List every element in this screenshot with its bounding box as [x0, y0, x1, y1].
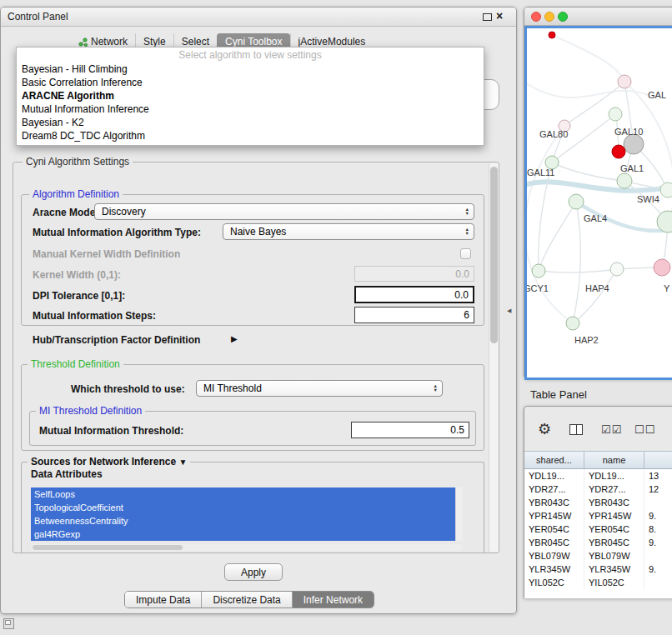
network-node[interactable]	[618, 75, 631, 88]
tab-discretize-data[interactable]: Discretize Data	[201, 592, 291, 608]
network-canvas[interactable]: GAL GAL80 GAL10 GAL11 GAL1 SWI4 GAL4 GCY…	[524, 26, 672, 380]
manual-kernel-checkbox[interactable]	[460, 248, 471, 259]
network-node[interactable]	[549, 32, 555, 38]
node-label: Y	[664, 283, 670, 293]
menu-item-bayesian-k2[interactable]: Bayesian - K2	[17, 116, 484, 129]
node-label: GCY1	[527, 283, 549, 293]
table-cell[interactable]: YDL19...	[584, 469, 644, 482]
columns-icon[interactable]	[569, 424, 583, 435]
expand-right-icon[interactable]: ▶	[231, 334, 238, 343]
table-cell[interactable]: YBR045C	[584, 536, 644, 549]
network-edge	[527, 126, 573, 323]
table-cell[interactable]: YDR27...	[584, 482, 644, 496]
attribute-list: SelfLoops TopologicalCoefficient Between…	[31, 488, 455, 541]
apply-button[interactable]: Apply	[224, 563, 283, 581]
network-node[interactable]	[609, 108, 622, 121]
attribute-item-betweennesscentrality[interactable]: BetweennessCentrality	[31, 514, 455, 528]
table-cell[interactable]: YBL079W	[584, 549, 644, 562]
gear-icon[interactable]: ⚙	[538, 420, 551, 438]
minimize-traffic-light-icon[interactable]	[544, 12, 554, 22]
table-cell[interactable]: YBR043C	[584, 496, 644, 509]
network-node[interactable]	[569, 194, 584, 209]
network-node[interactable]	[532, 264, 545, 278]
network-node[interactable]	[617, 173, 632, 188]
network-node[interactable]	[610, 262, 624, 276]
table-cell[interactable]	[644, 576, 672, 589]
dpi-tolerance-input[interactable]	[354, 286, 474, 303]
table-cell[interactable]: 9.	[644, 536, 672, 549]
table-cell[interactable]: YIL052C	[584, 576, 644, 589]
collapse-down-icon[interactable]: ▼	[178, 458, 187, 467]
deselect-all-checkboxes-icon[interactable]: ☐☐	[634, 423, 655, 436]
data-attributes-label: Data Attributes	[31, 468, 103, 480]
hub-definition-label[interactable]: Hub/Transcription Factor Definition	[33, 334, 200, 346]
menu-item-dream8[interactable]: Dream8 DC_TDC Algorithm	[17, 129, 484, 142]
table-cell[interactable]	[644, 496, 672, 509]
network-tab-icon	[78, 38, 88, 47]
cyni-settings-group-title: Cyni Algorithm Settings	[23, 157, 133, 168]
table-cell[interactable]: YDL19...	[524, 469, 584, 482]
table-cell[interactable]: 9.	[644, 509, 672, 522]
close-traffic-light-icon[interactable]	[531, 12, 541, 22]
aracne-mode-select[interactable]: Discovery ▲▼	[94, 203, 474, 220]
table-cell[interactable]: 8.	[644, 522, 672, 536]
table-cell[interactable]: YBR045C	[524, 536, 584, 549]
network-node[interactable]	[624, 134, 644, 154]
table-cell[interactable]: 12	[644, 482, 672, 496]
which-threshold-select[interactable]: MI Threshold ▲▼	[196, 380, 443, 397]
attribute-list-hscrollbar[interactable]	[31, 544, 462, 551]
table-cell[interactable]: YIL052C	[524, 576, 584, 589]
table-header-row: shared... name	[524, 451, 672, 469]
menu-item-mutual-information[interactable]: Mutual Information Inference	[17, 102, 484, 116]
network-node-selected[interactable]	[612, 145, 625, 158]
table-cell[interactable]: YLR345W	[524, 562, 584, 576]
table-cell[interactable]: YER054C	[584, 522, 644, 536]
mi-type-label: Mutual Information Algorithm Type:	[33, 227, 201, 238]
splitter-collapse-icon[interactable]: ◀	[507, 308, 511, 314]
tab-impute-data[interactable]: Impute Data	[125, 592, 201, 608]
dpi-tolerance-label: DPI Tolerance [0,1]:	[33, 290, 125, 302]
restore-panel-icon[interactable]	[3, 618, 14, 629]
attribute-item-gal4rgexp[interactable]: gal4RGexp	[31, 528, 455, 541]
table-cell[interactable]: YER054C	[524, 522, 584, 536]
attribute-list-hscrollbar-thumb[interactable]	[33, 545, 183, 550]
attribute-item-topologicalcoefficient[interactable]: TopologicalCoefficient	[31, 501, 455, 514]
combo-arrows-icon: ▲▼	[465, 228, 469, 236]
sources-title-label: Sources for Network Inference	[31, 456, 176, 468]
table-cell[interactable]: YPR145W	[584, 509, 644, 522]
attribute-item-selfloops[interactable]: SelfLoops	[31, 488, 455, 501]
tab-infer-network[interactable]: Infer Network	[292, 592, 374, 608]
zoom-traffic-light-icon[interactable]	[558, 12, 568, 22]
network-node[interactable]	[654, 259, 670, 276]
menu-item-basic-correlation[interactable]: Basic Correlation Inference	[17, 76, 484, 89]
table-cell[interactable]: YDR27...	[524, 482, 584, 496]
attribute-list-scrollbar[interactable]	[455, 488, 463, 541]
settings-scrollbar[interactable]	[489, 163, 499, 552]
close-window-icon[interactable]: ×	[496, 9, 503, 22]
column-header-name[interactable]: name	[584, 451, 644, 469]
table-cell[interactable]: YBR043C	[524, 496, 584, 509]
table-cell[interactable]: YLR345W	[584, 562, 644, 576]
column-header-shared-name[interactable]: shared...	[524, 451, 584, 469]
mi-type-select[interactable]: Naive Bayes ▲▼	[223, 223, 474, 240]
float-window-icon[interactable]	[483, 13, 492, 21]
table-cell[interactable]: YBL079W	[524, 549, 584, 562]
sources-group-title[interactable]: Sources for Network Inference ▼	[28, 457, 190, 468]
settings-scrollbar-thumb[interactable]	[490, 167, 498, 343]
table-panel-window: ⚙ ☑☑ ☐☐ shared... name YDL19... YDL19...…	[524, 406, 672, 598]
kernel-width-input[interactable]	[354, 266, 474, 282]
mi-steps-input[interactable]	[354, 307, 474, 323]
table-cell[interactable]	[644, 549, 672, 562]
menu-item-aracne[interactable]: ARACNE Algorithm	[17, 89, 484, 102]
select-all-checkboxes-icon[interactable]: ☑☑	[601, 423, 622, 436]
mi-threshold-input[interactable]	[351, 422, 469, 438]
network-window-titlebar[interactable]	[524, 8, 672, 26]
menu-item-bayesian-hill-climbing[interactable]: Bayesian - Hill Climbing	[17, 62, 484, 76]
network-node[interactable]	[566, 317, 579, 330]
network-node[interactable]	[660, 182, 672, 198]
table-cell[interactable]: 13	[644, 469, 672, 482]
column-header-clipped[interactable]	[644, 451, 672, 469]
table-cell[interactable]: YPR145W	[524, 509, 584, 522]
table-cell[interactable]: 9.	[644, 562, 672, 576]
control-panel-titlebar[interactable]: Control Panel ×	[1, 8, 516, 27]
